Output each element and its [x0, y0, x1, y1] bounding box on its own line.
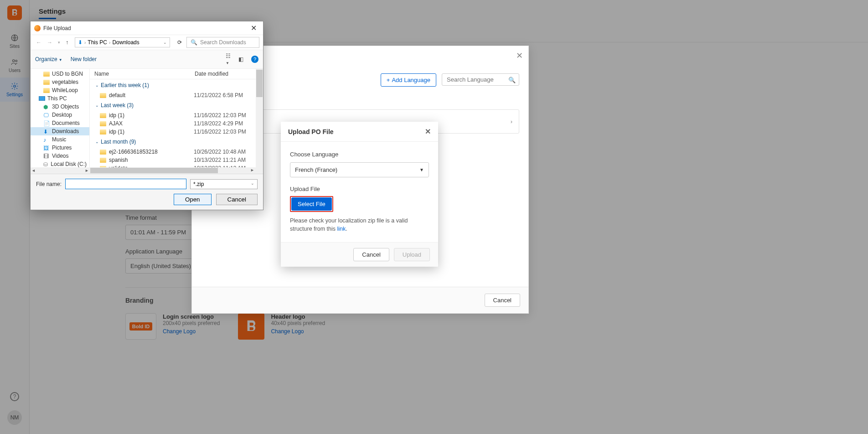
select-file-button[interactable]: Select File	[291, 197, 332, 211]
tree-item[interactable]: This PC	[31, 94, 89, 103]
file-list: Name Date modified ⌄ Earlier this week (…	[90, 69, 263, 174]
nav-up-icon[interactable]: ↑	[64, 37, 70, 47]
upload-hint-link[interactable]: link	[337, 226, 346, 232]
file-type-value: *.zip	[193, 181, 204, 187]
column-name[interactable]: Name	[94, 71, 195, 77]
upload-po-title: Upload PO File	[288, 128, 334, 135]
file-row[interactable]: AJAX11/18/2022 4:29 PM	[90, 119, 263, 128]
tree-item[interactable]: USD to BGN	[31, 70, 89, 78]
preview-pane-icon[interactable]: ◧	[238, 56, 247, 62]
filename-input[interactable]	[65, 179, 186, 189]
file-cancel-button[interactable]: Cancel	[216, 194, 258, 205]
column-date[interactable]: Date modified	[195, 71, 258, 77]
search-icon: 🔍	[191, 39, 197, 46]
tree-item[interactable]: WhileLoop	[31, 86, 89, 94]
tree-item[interactable]: 🎞Videos	[31, 152, 89, 160]
upload-po-modal: Upload PO File ✕ Choose Language French …	[281, 122, 438, 267]
search-language-input[interactable]	[442, 73, 519, 86]
view-options-icon[interactable]: ☷ ▼	[226, 53, 234, 66]
chevron-right-icon[interactable]: ›	[511, 118, 512, 125]
nav-forward-icon[interactable]: →	[45, 37, 54, 47]
downloads-icon: ⬇	[78, 39, 83, 46]
file-row[interactable]: spanish10/13/2022 11:21 AM	[90, 156, 263, 164]
tree-item[interactable]: ⬢3D Objects	[31, 103, 89, 111]
nav-recent-icon[interactable]: ▾	[56, 38, 62, 46]
path-dropdown-icon[interactable]: ⌄	[163, 40, 167, 45]
vertical-scrollbar[interactable]	[256, 69, 263, 174]
caret-down-icon: ▼	[419, 167, 424, 172]
tree-item[interactable]: ⬇Downloads	[31, 127, 89, 135]
file-dialog-title: File Upload	[43, 25, 71, 31]
language-select-value: French (France)	[295, 166, 337, 173]
firefox-icon	[34, 25, 41, 31]
language-panel-close-icon[interactable]: ✕	[516, 51, 523, 61]
add-language-button[interactable]: + Add Language	[381, 73, 436, 87]
file-dialog-close-icon[interactable]: ✕	[248, 24, 259, 32]
file-upload-dialog: File Upload ✕ ← → ▾ ↑ ⬇ › This PC › Down…	[30, 21, 264, 210]
organize-menu[interactable]: Organize▼	[35, 56, 62, 62]
select-file-highlight: Select File	[290, 196, 333, 212]
upload-po-close-icon[interactable]: ✕	[425, 127, 431, 136]
new-folder-button[interactable]: New folder	[71, 56, 97, 62]
file-row[interactable]: ej2-166636185321810/26/2022 10:48 AM	[90, 148, 263, 156]
chevron-icon: ›	[84, 40, 86, 45]
file-group-header[interactable]: ⌄ Earlier this week (1)	[90, 79, 263, 91]
tree-horizontal-scrollbar[interactable]: ◄►	[31, 167, 90, 174]
file-type-filter[interactable]: *.zip ⌄	[190, 179, 258, 189]
dropdown-icon: ⌄	[251, 181, 254, 187]
choose-language-label: Choose Language	[290, 151, 429, 158]
language-select[interactable]: French (France) ▼	[290, 162, 429, 177]
path-segment[interactable]: Downloads	[112, 39, 139, 46]
dialog-help-icon[interactable]: ?	[251, 56, 258, 63]
upload-po-cancel-button[interactable]: Cancel	[353, 248, 389, 261]
file-row[interactable]: idp (1)11/16/2022 12:03 PM	[90, 111, 263, 119]
tree-item[interactable]: ♪Music	[31, 135, 89, 144]
file-group-header[interactable]: ⌄ Last month (9)	[90, 136, 263, 148]
tree-item[interactable]: vegetables	[31, 78, 89, 86]
file-search-input[interactable]: 🔍 Search Downloads	[186, 37, 259, 48]
chevron-icon: ›	[109, 40, 110, 45]
path-breadcrumb[interactable]: ⬇ › This PC › Downloads ⌄	[75, 37, 170, 47]
upload-hint-text: Please check your localization zip file …	[290, 217, 408, 232]
filename-label: File name:	[36, 181, 62, 187]
upload-file-label: Upload File	[290, 186, 429, 192]
tree-item[interactable]: 🖵Desktop	[31, 111, 89, 119]
file-row[interactable]: idp (1)11/16/2022 12:03 PM	[90, 128, 263, 136]
nav-back-icon[interactable]: ←	[34, 37, 43, 47]
file-open-button[interactable]: Open	[174, 194, 212, 205]
file-row[interactable]: default11/21/2022 6:58 PM	[90, 91, 263, 99]
file-search-placeholder: Search Downloads	[200, 39, 246, 46]
folder-tree: USD to BGNvegetablesWhileLoopThis PC⬢3D …	[31, 69, 90, 174]
upload-hint: Please check your localization zip file …	[290, 217, 429, 233]
upload-po-upload-button[interactable]: Upload	[394, 248, 430, 261]
file-group-header[interactable]: ⌄ Last week (3)	[90, 99, 263, 111]
list-horizontal-scrollbar[interactable]: ►	[90, 167, 256, 174]
plus-icon: +	[387, 77, 390, 83]
language-panel-cancel-button[interactable]: Cancel	[485, 294, 520, 307]
path-segment[interactable]: This PC	[88, 39, 107, 46]
search-icon: 🔍	[508, 77, 516, 83]
refresh-icon[interactable]: ⟳	[175, 37, 185, 47]
tree-item[interactable]: 🖼Pictures	[31, 144, 89, 152]
add-language-label: Add Language	[392, 77, 430, 83]
tree-item[interactable]: 📄Documents	[31, 119, 89, 127]
